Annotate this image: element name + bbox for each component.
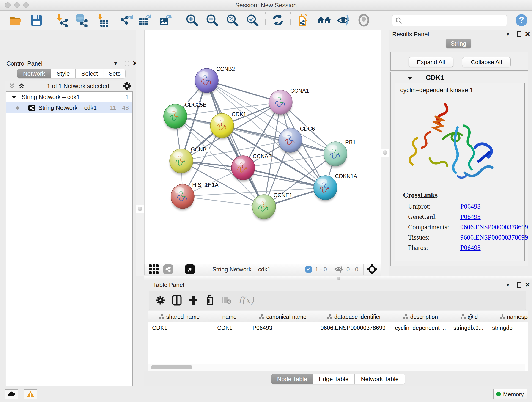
gene-expander-icon[interactable] — [407, 76, 413, 80]
cell-name[interactable]: CDK1 — [210, 322, 249, 333]
show-columns-button[interactable] — [169, 295, 185, 306]
table-row[interactable]: CDK1 CDK1 P06493 9606.ENSP00000378699 cy… — [148, 322, 528, 333]
collapse-all-button[interactable]: Collapse All — [462, 57, 511, 67]
tab-string[interactable]: String — [446, 39, 471, 48]
birdseye-view-icon[interactable] — [185, 264, 195, 274]
search-input[interactable] — [392, 15, 507, 26]
cell-description[interactable]: cyclin–dependent ... — [391, 322, 450, 333]
fit-selected-icon[interactable] — [367, 264, 377, 274]
export-image-button[interactable] — [158, 13, 173, 27]
column-header-database-identifier[interactable]: database identifier — [317, 312, 391, 322]
crosslink-tissues-link[interactable]: 9606.ENSP00000378699 — [460, 234, 528, 241]
results-panel-close-icon[interactable]: ✕ — [525, 31, 530, 37]
crosslink-uniprot-link[interactable]: P06493 — [460, 203, 481, 210]
column-header-name[interactable]: name — [210, 312, 249, 322]
node-CCNB2[interactable]: CCNB2 — [195, 66, 235, 93]
warnings-button[interactable] — [24, 389, 37, 399]
node-CCNA2[interactable]: CCNA2 — [231, 153, 271, 180]
collection-expander-icon[interactable] — [12, 95, 17, 99]
splitter-handle[interactable] — [136, 205, 144, 213]
node-CDC25B[interactable]: CDC25B — [164, 102, 207, 128]
left-panel-splitter[interactable] — [136, 30, 144, 276]
show-all-panels-button[interactable] — [317, 13, 331, 27]
column-header-shared-name[interactable]: shared name — [148, 312, 210, 322]
open-session-button[interactable] — [8, 13, 23, 27]
tab-select[interactable]: Select — [76, 69, 104, 78]
tab-style[interactable]: Style — [51, 69, 76, 78]
crosslink-compartments-link[interactable]: 9606.ENSP00000378699 — [460, 223, 528, 230]
column-header-id[interactable]: @id — [450, 312, 488, 322]
expand-all-icon[interactable] — [18, 83, 25, 89]
zoom-fit-button[interactable] — [225, 13, 240, 27]
zoom-out-button[interactable] — [205, 13, 220, 27]
cloud-status-button[interactable] — [5, 389, 18, 399]
results-panel-menu-icon[interactable]: ▼ — [505, 31, 510, 37]
memory-button[interactable]: Memory — [493, 389, 527, 400]
network-row[interactable]: String Network – cdk1 11 48 — [6, 102, 133, 113]
cell-id[interactable]: stringdb:9... — [450, 322, 488, 333]
cell-canonical-name[interactable]: P06493 — [249, 322, 317, 333]
delete-column-button[interactable] — [202, 295, 218, 306]
zoom-in-button[interactable] — [185, 13, 199, 27]
node-HIST1H1A[interactable]: HIST1H1A — [171, 182, 219, 209]
cell-shared-name[interactable]: CDK1 — [148, 322, 210, 333]
hide-panels-button[interactable] — [336, 13, 351, 27]
string-network-graph[interactable]: CCNB2CCNA1CDC25BCDK1CDC6RB1CCNB1CCNA2CDK… — [145, 30, 380, 263]
help-button[interactable]: ? — [514, 13, 529, 27]
delete-table-button[interactable] — [218, 296, 234, 305]
toggle-view-button[interactable] — [356, 13, 371, 27]
table-panel-menu-icon[interactable]: ▼ — [505, 282, 510, 288]
import-table-file-button[interactable] — [95, 13, 109, 27]
save-session-button[interactable] — [29, 13, 44, 27]
import-network-file-button[interactable] — [55, 13, 70, 27]
tab-network-table[interactable]: Network Table — [355, 374, 405, 384]
cell-namespace[interactable]: stringdb — [488, 322, 528, 333]
node-CCNE1[interactable]: CCNE1 — [252, 192, 292, 219]
collapse-all-icon[interactable] — [8, 83, 16, 89]
node-CDK1[interactable]: CDK1 — [210, 111, 246, 138]
node-CCNA1[interactable]: CCNA1 — [269, 88, 309, 114]
scrollbar-thumb[interactable] — [151, 365, 192, 369]
table-panel-splitter[interactable] — [144, 276, 532, 280]
export-network-button[interactable] — [119, 13, 133, 27]
splitter-handle[interactable] — [381, 148, 389, 157]
function-builder-button[interactable]: f(x) — [238, 295, 254, 306]
zoom-selected-button[interactable] — [245, 13, 260, 27]
node-RB1[interactable]: RB1 — [324, 139, 356, 166]
tab-edge-table[interactable]: Edge Table — [313, 374, 355, 384]
tab-node-table[interactable]: Node Table — [271, 374, 313, 384]
table-panel-float-icon[interactable] — [517, 282, 521, 288]
column-header-canonical-name[interactable]: canonical name — [249, 312, 317, 322]
edge-HIST1H1A-CCNE1[interactable] — [183, 196, 264, 207]
table-settings-button[interactable] — [152, 295, 169, 306]
selected-nodes-checkbox[interactable]: ✓ — [305, 266, 312, 273]
export-table-button[interactable] — [138, 13, 153, 27]
import-network-database-button[interactable] — [74, 13, 89, 27]
results-panel-float-icon[interactable] — [517, 31, 521, 37]
expand-all-button[interactable]: Expand All — [409, 57, 453, 67]
network-collection-row[interactable]: String Network – cdk1 1 — [6, 92, 133, 102]
table-horizontal-scrollbar[interactable] — [148, 364, 525, 370]
right-panel-splitter[interactable] — [381, 30, 389, 276]
tab-sets[interactable]: Sets — [104, 69, 126, 78]
node-CDKN1A[interactable]: CDKN1A — [314, 173, 357, 200]
refresh-button[interactable] — [271, 13, 285, 27]
cell-database-identifier[interactable]: 9606.ENSP00000378699 — [317, 322, 391, 333]
control-panel-menu-icon[interactable]: ▼ — [113, 61, 118, 66]
control-panel-float-icon[interactable] — [125, 61, 129, 66]
network-canvas[interactable]: CCNB2CCNA1CDC25BCDK1CDC6RB1CCNB1CCNA2CDK… — [144, 30, 381, 264]
crosslink-pharos-link[interactable]: P06493 — [460, 244, 481, 251]
node-label-CCNB1: CCNB1 — [191, 146, 209, 153]
string-view-icon[interactable] — [163, 264, 173, 274]
create-column-button[interactable] — [185, 295, 202, 306]
splitter-handle[interactable] — [337, 277, 341, 280]
clone-network-button[interactable] — [297, 13, 311, 27]
gear-icon[interactable] — [123, 81, 132, 90]
toolbar-separator — [265, 12, 266, 28]
grid-view-icon[interactable] — [149, 264, 159, 274]
column-header-namespace[interactable]: namespace — [488, 312, 528, 322]
column-header-description[interactable]: description — [391, 312, 450, 322]
tab-network[interactable]: Network — [17, 69, 51, 78]
crosslink-genecard-link[interactable]: P06493 — [460, 213, 481, 220]
table-panel-close-icon[interactable]: ✕ — [525, 282, 530, 288]
